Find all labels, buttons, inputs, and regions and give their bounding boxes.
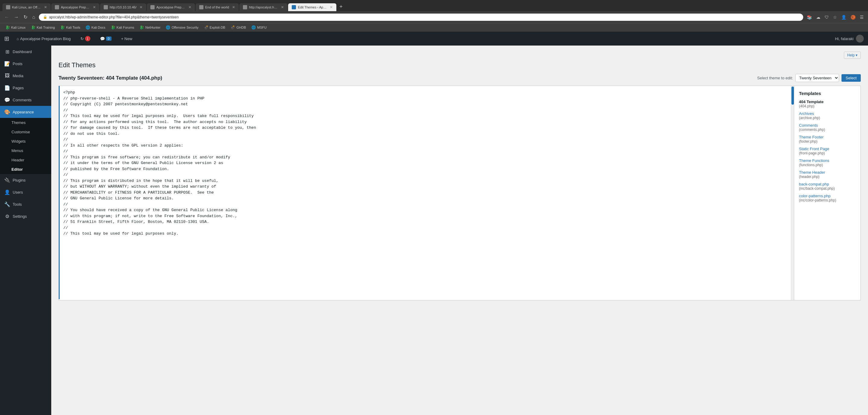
bookmark-msfu[interactable]: 🌐 MSFU <box>249 24 269 30</box>
shield-icon[interactable]: 🛡 <box>824 13 830 21</box>
select-button[interactable]: Select <box>841 74 861 82</box>
sidebar-sub-customise[interactable]: Customise <box>0 127 51 137</box>
admin-bar-comments[interactable]: 💬 0 <box>98 32 114 46</box>
header-label: Header <box>11 158 24 162</box>
forward-button[interactable]: → <box>13 13 20 21</box>
tab-favicon <box>55 5 59 9</box>
sidebar-menu-bottom: 🔌 Plugins 👤 Users 🔧 Tools ⚙ Settings <box>0 174 51 222</box>
bookmark-label: Kali Tools <box>66 26 80 29</box>
tab-close-icon[interactable]: ✕ <box>232 5 235 9</box>
tab-apoc1[interactable]: Apocalypse Preparation B... ✕ <box>51 3 99 11</box>
bookmark-kali-forums[interactable]: 🐉 Kali Forums <box>108 24 137 30</box>
profile-icon[interactable]: 👤 <box>840 13 847 21</box>
bookmark-kali-linux[interactable]: 🐉 Kali Linux <box>3 24 28 30</box>
sidebar-item-tools[interactable]: 🔧 Tools <box>0 198 51 210</box>
reload-button[interactable]: ↻ <box>22 13 29 21</box>
admin-bar-site[interactable]: ⌂ Apocalypse Preparation Blog <box>14 32 73 46</box>
admin-bar-user[interactable]: Hi, falaraki <box>835 35 864 42</box>
template-functions-link[interactable]: Theme Functions <box>799 158 856 163</box>
bookmark-icon: 🐉 <box>140 25 144 30</box>
star-icon[interactable]: ☆ <box>832 13 838 21</box>
sidebar-item-media[interactable]: 🖼 Media <box>0 70 51 82</box>
template-item-functions: Theme Functions (functions.php) <box>799 158 856 167</box>
home-icon: ⌂ <box>17 36 19 41</box>
tab-label: http://10.10.10.46/ <box>110 5 136 9</box>
sidebar-item-posts[interactable]: 📝 Posts <box>0 58 51 70</box>
sidebar-item-comments[interactable]: 💬 Comments <box>0 94 51 106</box>
scrollbar[interactable] <box>791 86 794 300</box>
back-button[interactable]: ← <box>3 13 10 21</box>
code-editor[interactable]: <?php // php-reverse-shell - A Reverse S… <box>59 86 794 299</box>
help-button[interactable]: Help ▾ <box>844 52 861 59</box>
tab-close-icon[interactable]: ✕ <box>330 5 333 9</box>
template-frontpage-link[interactable]: Static Front Page <box>799 147 856 151</box>
sidebar-item-pages[interactable]: 📄 Pages <box>0 82 51 94</box>
tab-label: Edit Themes ‹ Apocalypse... <box>298 5 327 9</box>
bookmarks-icon[interactable]: 📚 <box>806 13 813 21</box>
sidebar-sub-header[interactable]: Header <box>0 155 51 165</box>
bookmark-nethunter[interactable]: 🐉 NetHunter <box>137 24 163 30</box>
sidebar-sub-themes[interactable]: Themes <box>0 118 51 127</box>
tab-apoc2[interactable]: Apocalypse Preparation B... ✕ <box>147 3 195 11</box>
bookmark-label: Exploit-DB <box>210 26 225 29</box>
sidebar-item-appearance[interactable]: 🎨 Appearance <box>0 106 51 118</box>
tab-ip[interactable]: http://10.10.10.46/ ✕ <box>100 3 146 11</box>
sidebar-item-settings[interactable]: ⚙ Settings <box>0 210 51 222</box>
bookmark-offensive-security[interactable]: 🌐 Offensive Security <box>163 24 201 30</box>
plugins-icon: 🔌 <box>4 177 10 183</box>
tab-edit[interactable]: Edit Themes ‹ Apocalypse... ✕ <box>288 3 336 11</box>
addon-icon[interactable]: 🏀 <box>849 13 857 21</box>
bookmark-kali-tools[interactable]: 🐉 Kali Tools <box>58 24 83 30</box>
address-bar[interactable]: 🔒 apocalyst.htb/wp-admin/theme-editor.ph… <box>39 13 803 21</box>
tab-close-icon[interactable]: ✕ <box>188 5 191 9</box>
main-content: Help ▾ Edit Themes Twenty Seventeen: 404… <box>51 46 868 415</box>
menu-icon[interactable]: ☰ <box>859 13 865 21</box>
tab-favicon <box>150 5 155 9</box>
bookmark-kali-docs[interactable]: 🌐 Kali Docs <box>83 24 107 30</box>
sidebar-sub-menus[interactable]: Menus <box>0 146 51 155</box>
tab-close-icon[interactable]: ✕ <box>93 5 96 9</box>
wp-admin-layout: ⊞ Dashboard 📝 Posts 🖼 Media 📄 Pages 💬 Co… <box>0 46 868 415</box>
sidebar-item-users[interactable]: 👤 Users <box>0 186 51 198</box>
template-backcompat-link[interactable]: back-compat.php <box>799 182 856 186</box>
admin-bar-new[interactable]: + New <box>119 32 135 46</box>
bookmark-exploit-db[interactable]: 💣 Exploit-DB <box>202 24 228 30</box>
admin-bar-updates[interactable]: ↻ 1 <box>78 32 93 46</box>
wordpress-logo[interactable]: ⊞ <box>4 35 9 42</box>
new-label: + New <box>121 36 132 41</box>
tab-right[interactable]: http://apocalyst.htb/Right... ✕ <box>239 3 287 11</box>
bookmark-kali-training[interactable]: 🐉 Kali Training <box>29 24 58 30</box>
theme-dropdown[interactable]: Twenty Seventeen <box>795 74 839 82</box>
tab-label: Apocalypse Preparation B... <box>61 5 90 9</box>
menus-label: Menus <box>11 148 23 153</box>
sidebar-item-dashboard[interactable]: ⊞ Dashboard <box>0 46 51 58</box>
template-colorpatterns-sub: (inc/color-patterns.php) <box>799 198 856 202</box>
template-footer-link[interactable]: Theme Footer <box>799 135 856 139</box>
tab-close-icon[interactable]: ✕ <box>44 5 47 9</box>
sidebar-item-label: Pages <box>13 86 24 90</box>
template-comments-link[interactable]: Comments <box>799 123 856 127</box>
new-tab-button[interactable]: + <box>337 2 345 11</box>
scroll-thumb <box>792 87 794 105</box>
template-footer-sub: (footer.php) <box>799 139 856 144</box>
template-colorpatterns-link[interactable]: color-patterns.php <box>799 194 856 198</box>
pages-icon: 📄 <box>4 85 10 91</box>
sidebar-item-label: Tools <box>13 202 22 207</box>
template-archives-link[interactable]: Archives <box>799 111 856 116</box>
page-title: Edit Themes <box>59 61 861 69</box>
template-header-link[interactable]: Theme Header <box>799 170 856 175</box>
tab-close-icon[interactable]: ✕ <box>140 5 143 9</box>
template-404-link[interactable]: 404 Template <box>799 99 856 104</box>
sidebar-sub-widgets[interactable]: Widgets <box>0 137 51 146</box>
tab-kali[interactable]: Kali Linux, an Offensive Se... ✕ <box>2 3 51 11</box>
bookmark-ghdb[interactable]: 💣 GHDB <box>228 24 248 30</box>
sidebar-sub-editor[interactable]: Editor <box>0 165 51 174</box>
tab-eow[interactable]: End of the world ✕ <box>195 3 239 11</box>
sync-icon[interactable]: ☁ <box>815 13 822 21</box>
tab-close-icon[interactable]: ✕ <box>281 5 284 9</box>
sidebar-item-label: Dashboard <box>13 50 32 54</box>
themes-label: Themes <box>11 120 26 125</box>
home-button[interactable]: ⌂ <box>31 13 36 21</box>
bookmark-label: GHDB <box>236 26 246 29</box>
sidebar-item-plugins[interactable]: 🔌 Plugins <box>0 174 51 186</box>
